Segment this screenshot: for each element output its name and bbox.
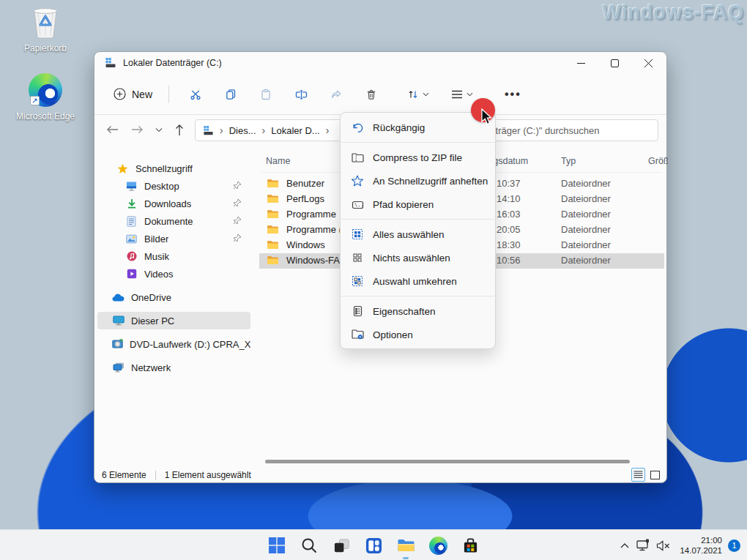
- column-header-name[interactable]: Name: [266, 156, 290, 171]
- sidebar-item-network[interactable]: Netzwerk: [97, 359, 250, 376]
- edge-button[interactable]: [422, 530, 454, 560]
- pin-icon: [233, 198, 242, 207]
- menu-item-invert-selection[interactable]: Auswahl umkehren: [341, 269, 495, 293]
- sidebar-item-quick-access[interactable]: Schnellzugriff: [97, 160, 250, 177]
- file-explorer-icon: [397, 537, 415, 553]
- command-bar: New: [94, 74, 666, 115]
- store-button[interactable]: [454, 530, 486, 560]
- selected-count: 1 Element ausgewählt: [165, 470, 251, 480]
- delete-button[interactable]: [355, 80, 387, 109]
- details-view-toggle[interactable]: [631, 468, 645, 482]
- watermark-text: Windows-FAQ: [602, 1, 744, 24]
- paste-button[interactable]: [250, 80, 282, 109]
- copy-button[interactable]: [215, 80, 247, 109]
- menu-item-options[interactable]: Optionen: [341, 323, 495, 346]
- breadcrumb-separator: ›: [262, 124, 266, 136]
- sidebar-item-dvd-drive[interactable]: DVD-Laufwerk (D:) CPRA_X64FR: [97, 335, 250, 353]
- zip-folder-icon: [350, 152, 365, 163]
- edge-icon: [429, 537, 447, 555]
- folder-icon: [267, 255, 279, 266]
- view-lines-icon: [451, 89, 463, 100]
- menu-item-select-all[interactable]: Alles auswählen: [341, 223, 495, 246]
- large-icons-view-toggle[interactable]: [648, 468, 662, 482]
- see-more-button[interactable]: •••: [505, 88, 521, 101]
- chevron-down-icon: [423, 92, 429, 97]
- breadcrumb-separator: ›: [220, 124, 223, 136]
- menu-separator: [341, 219, 494, 220]
- music-icon: [125, 251, 138, 261]
- chevron-down-icon: [467, 92, 473, 97]
- sort-button[interactable]: [398, 80, 439, 109]
- breadcrumb-drive[interactable]: Lokaler D...: [271, 125, 319, 136]
- scissors-icon: [190, 89, 201, 100]
- ethernet-icon: [636, 539, 651, 552]
- maximize-button[interactable]: [598, 52, 631, 74]
- taskbar-clock[interactable]: 21:00 14.07.2021: [680, 535, 722, 556]
- share-icon: [330, 89, 342, 100]
- sidebar-item-downloads[interactable]: Downloads: [97, 195, 250, 212]
- sidebar-item-desktop[interactable]: Desktop: [97, 177, 250, 195]
- menu-item-pin-quick-access[interactable]: An Schnellzugriff anheften: [341, 169, 495, 193]
- new-button[interactable]: New: [114, 88, 152, 100]
- edge-icon: ↗: [29, 73, 62, 107]
- volume-tray-button[interactable]: [653, 540, 672, 551]
- dvd-drive-icon: [112, 339, 123, 349]
- widgets-icon: [365, 537, 382, 554]
- back-button[interactable]: [102, 119, 122, 140]
- pin-icon: [233, 181, 242, 190]
- menu-item-select-none[interactable]: Nichts auswählen: [341, 246, 495, 269]
- start-button[interactable]: [261, 530, 293, 560]
- folder-icon: [267, 193, 279, 204]
- notification-badge[interactable]: 1: [728, 540, 740, 552]
- status-bar: 6 Elemente 1 Element ausgewählt: [94, 467, 666, 483]
- rename-icon: [295, 89, 308, 100]
- rename-button[interactable]: [285, 80, 317, 109]
- star-outline-icon: [350, 175, 365, 187]
- network-icon: [112, 362, 124, 373]
- sidebar-item-music[interactable]: Musik: [97, 247, 250, 265]
- horizontal-scrollbar[interactable]: [265, 460, 630, 463]
- cut-button[interactable]: [179, 80, 212, 109]
- toolbar-divider: [168, 86, 169, 103]
- up-button[interactable]: [169, 119, 190, 140]
- sidebar-item-pictures[interactable]: Bilder: [97, 230, 250, 247]
- chevron-up-icon: [620, 543, 629, 548]
- recent-locations-button[interactable]: [149, 119, 169, 140]
- title-bar[interactable]: Lokaler Datenträger (C:): [94, 52, 666, 74]
- task-view-button[interactable]: [325, 530, 357, 560]
- tray-chevron-up[interactable]: [615, 543, 634, 548]
- column-header-size[interactable]: Größe: [648, 156, 668, 171]
- share-button[interactable]: [320, 80, 352, 109]
- breadcrumb-this-pc[interactable]: Dies...: [229, 125, 256, 136]
- sidebar-item-onedrive[interactable]: OneDrive: [97, 288, 250, 306]
- cloud-icon: [112, 294, 124, 302]
- desktop-icon-edge[interactable]: ↗ Microsoft Edge: [12, 73, 78, 122]
- folder-icon: [267, 224, 279, 235]
- menu-item-properties[interactable]: Eigenschaften: [341, 299, 495, 323]
- clipboard-icon: [260, 89, 272, 100]
- sidebar-item-documents[interactable]: Dokumente: [97, 212, 250, 230]
- file-explorer-button[interactable]: [390, 530, 422, 560]
- see-more-menu: Rückgängig Compress to ZIP file An Schne…: [340, 112, 496, 349]
- sort-icon: [407, 89, 419, 100]
- column-header-type[interactable]: Typ: [561, 156, 576, 171]
- trash-icon: [365, 89, 377, 100]
- close-button[interactable]: [631, 52, 665, 74]
- desktop-icon-recycle-bin[interactable]: Papierkorb: [12, 5, 78, 53]
- sidebar-item-videos[interactable]: Videos: [97, 265, 250, 283]
- widgets-button[interactable]: [357, 530, 390, 560]
- menu-item-copy-path[interactable]: \.. Pfad kopieren: [341, 193, 495, 216]
- forward-button[interactable]: [127, 119, 147, 140]
- network-tray-button[interactable]: [634, 539, 653, 552]
- search-button[interactable]: [293, 530, 325, 560]
- menu-item-undo[interactable]: Rückgängig: [341, 116, 495, 139]
- minimize-button[interactable]: [564, 52, 598, 74]
- copy-icon: [225, 89, 237, 100]
- sidebar-item-this-pc[interactable]: Dieser PC: [97, 312, 250, 329]
- star-icon: [116, 163, 129, 174]
- pin-icon: [233, 216, 242, 225]
- invert-selection-icon: [350, 275, 365, 287]
- menu-item-compress-zip[interactable]: Compress to ZIP file: [341, 146, 495, 169]
- windows-logo-icon: [269, 537, 285, 553]
- explorer-window: Lokaler Datenträger (C:) New: [94, 51, 667, 483]
